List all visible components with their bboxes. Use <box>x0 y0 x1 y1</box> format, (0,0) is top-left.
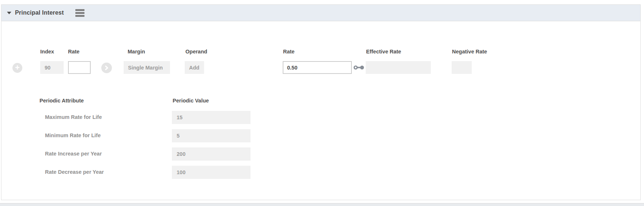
periodic-row-label: Maximum Rate for Life <box>45 114 102 120</box>
add-row-button[interactable]: + <box>12 63 22 73</box>
rate-label: Rate <box>68 49 79 55</box>
rate-input[interactable] <box>68 61 91 74</box>
operand-field: Add <box>185 61 204 74</box>
index-label: Index <box>40 49 54 55</box>
plus-icon: + <box>15 64 20 72</box>
expand-row-button[interactable] <box>101 63 112 73</box>
periodic-row-label: Rate Increase per Year <box>45 151 102 157</box>
periodic-row-value: 100 <box>172 166 251 179</box>
hamburger-menu-icon[interactable] <box>75 8 85 18</box>
margin-label: Margin <box>128 49 145 55</box>
collapse-caret-icon[interactable] <box>7 12 11 14</box>
chevron-right-icon <box>104 65 109 70</box>
next-section-edge <box>0 203 644 206</box>
principal-rate-label: Rate <box>283 49 294 55</box>
index-field: 90 <box>40 61 64 74</box>
negative-rate-label: Negative Rate <box>452 49 487 55</box>
section-header: Principal Interest <box>1 5 640 21</box>
periodic-attribute-header: Periodic Attribute <box>39 98 84 104</box>
principal-interest-screen: Principal Interest Index Rate Margin Ope… <box>0 0 644 206</box>
periodic-row-label: Minimum Rate for Life <box>45 132 101 138</box>
periodic-row-value: 15 <box>172 111 251 124</box>
margin-field: Single Margin <box>124 61 170 74</box>
section-title: Principal Interest <box>15 10 64 16</box>
periodic-value-header: Periodic Value <box>173 98 209 104</box>
principal-rate-input[interactable] <box>283 61 352 74</box>
periodic-row-value: 200 <box>172 147 251 161</box>
key-icon <box>353 64 365 72</box>
periodic-row-label: Rate Decrease per Year <box>45 169 104 175</box>
effective-rate-label: Effective Rate <box>366 49 401 55</box>
operand-label: Operand <box>185 49 207 55</box>
effective-rate-field <box>366 61 431 74</box>
periodic-row-value: 5 <box>172 129 251 142</box>
negative-rate-field <box>452 61 472 74</box>
